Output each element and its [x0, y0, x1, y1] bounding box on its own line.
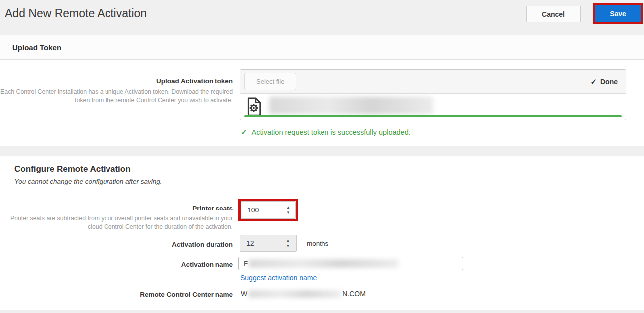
- printer-seats-spinner: ▲ ▼: [241, 201, 296, 219]
- activation-name-visible-prefix: F: [244, 260, 248, 267]
- cancel-button[interactable]: Cancel: [526, 6, 581, 22]
- spin-up-icon[interactable]: ▲: [286, 206, 290, 209]
- upload-token-header: Upload Token: [0, 35, 644, 60]
- spin-down-icon[interactable]: ▼: [286, 211, 290, 215]
- upload-success-message: ✓ Activation request token is successful…: [241, 128, 411, 137]
- configure-note: You cannot change the configuration afte…: [14, 178, 644, 185]
- spin-down-icon[interactable]: ▼: [286, 244, 290, 248]
- upload-progress-bar: [244, 115, 622, 117]
- activation-duration-spinner: ▲ ▼: [240, 235, 297, 252]
- printer-seats-arrows: ▲ ▼: [281, 201, 296, 219]
- check-icon: ✓: [590, 77, 597, 86]
- select-file-button[interactable]: Select file: [244, 73, 296, 90]
- upload-token-heading: Upload Token: [12, 43, 61, 52]
- success-check-icon: ✓: [241, 128, 247, 137]
- configure-header: Configure Remote Activation You cannot c…: [0, 156, 644, 192]
- remote-cc-name-prefix: W: [241, 290, 247, 298]
- activation-name-label: Activation name: [0, 260, 233, 269]
- activation-duration-arrows: ▲ ▼: [279, 235, 297, 252]
- save-annotation-box: Save: [593, 3, 643, 24]
- redacted-activation-name: [249, 259, 398, 268]
- redacted-remote-cc-name: [249, 290, 341, 298]
- file-gear-icon: [245, 97, 262, 117]
- redacted-filename: [269, 97, 433, 114]
- upload-activation-token-description: Each Control Center installation has a u…: [0, 88, 233, 104]
- remote-cc-name-value: W N.COM: [241, 290, 366, 298]
- upload-token-label-column: Upload Activation token Each Control Cen…: [0, 77, 233, 104]
- upload-token-section: Upload Token Upload Activation token Eac…: [0, 35, 644, 146]
- printer-seats-annotation-box: ▲ ▼: [238, 199, 298, 221]
- suggest-activation-name-link[interactable]: Suggest activation name: [240, 274, 317, 282]
- configure-section: Configure Remote Activation You cannot c…: [0, 156, 644, 310]
- success-text: Activation request token is successfully…: [252, 128, 411, 136]
- activation-duration-label: Activation duration: [0, 240, 233, 249]
- page-title: Add New Remote Activation: [5, 7, 147, 20]
- spin-up-icon[interactable]: ▲: [286, 239, 290, 243]
- done-label: Done: [600, 78, 618, 86]
- save-button[interactable]: Save: [595, 5, 641, 22]
- upload-activation-token-label: Upload Activation token: [0, 77, 233, 85]
- printer-seats-label: Printer seats: [0, 204, 233, 212]
- months-label: months: [307, 240, 328, 247]
- activation-name-input[interactable]: F: [238, 257, 463, 270]
- uploaded-file-row: [240, 94, 626, 120]
- upload-topbar: Select file ✓ Done: [240, 70, 626, 94]
- configure-heading: Configure Remote Activation: [14, 164, 644, 174]
- upload-dropzone: Select file ✓ Done: [240, 69, 626, 120]
- remote-cc-name-suffix: N.COM: [342, 290, 366, 298]
- remote-cc-name-label: Remote Control Center name: [0, 290, 233, 299]
- done-status: ✓ Done: [590, 77, 618, 86]
- printer-seats-description: Printer seats are subtracted from your o…: [0, 214, 233, 231]
